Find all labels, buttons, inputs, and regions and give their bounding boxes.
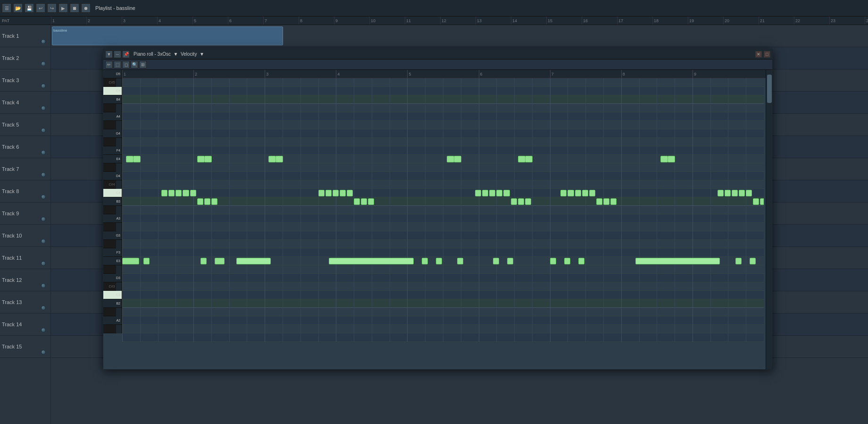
piano-key-F3[interactable]: F3 [103,248,122,257]
pr-note[interactable] [525,198,531,205]
pr-note[interactable] [507,258,513,264]
pr-note[interactable] [161,190,167,196]
pr-note[interactable] [753,198,759,205]
pr-note[interactable] [436,258,442,264]
track-item-1[interactable]: Track 1 [0,25,50,47]
pr-note[interactable] [718,190,724,196]
pr-note[interactable] [422,258,428,264]
pr-note[interactable] [493,258,499,264]
piano-key-E4[interactable]: E4 [103,155,122,163]
track-item-10[interactable]: Track 10 [0,225,50,247]
track-knob-12[interactable] [41,283,46,288]
track-item-9[interactable]: Track 9 [0,203,50,225]
pr-scrollbar-vertical[interactable] [766,70,772,369]
pr-minimize-btn[interactable]: ─ [114,51,121,58]
pr-note[interactable] [197,198,203,205]
track-item-4[interactable]: Track 4 [0,92,50,114]
pr-zoom-btn[interactable]: 🔍 [131,61,138,68]
piano-key-C4[interactable]: C4 [103,189,122,197]
piano-key-A4[interactable]: A4 [103,112,122,121]
pr-note[interactable] [503,190,509,196]
pr-note[interactable] [475,190,481,196]
stop-btn[interactable]: ⏹ [70,3,79,13]
piano-key-Gsharp4[interactable] [103,121,116,129]
piano-key-Gsharp2[interactable] [103,325,116,333]
pr-note[interactable] [489,190,495,196]
piano-key-Asharp4[interactable] [103,104,116,112]
pattern-block-1[interactable]: bassline [52,26,283,45]
pr-note[interactable] [204,198,210,205]
pr-note[interactable] [211,198,217,205]
piano-key-G4[interactable]: G4 [103,129,122,138]
piano-key-C5[interactable]: C5 [103,87,122,95]
pr-note[interactable] [582,190,588,196]
pr-note[interactable] [760,198,764,205]
track-knob-5[interactable] [41,128,46,133]
play-btn[interactable]: ▶ [58,3,68,13]
pr-note[interactable] [560,190,567,196]
pr-note[interactable] [568,190,574,196]
pr-note[interactable] [518,156,526,162]
track-item-7[interactable]: Track 7 [0,158,50,180]
pr-note[interactable] [660,156,668,162]
pr-note[interactable] [236,258,271,264]
pr-note[interactable] [133,156,141,162]
pr-note[interactable] [511,198,517,205]
pr-note[interactable] [333,190,339,196]
pr-note[interactable] [354,198,360,205]
pr-note[interactable] [326,190,332,196]
pr-note[interactable] [340,190,346,196]
pr-note[interactable] [204,156,212,162]
pr-note[interactable] [122,258,139,264]
track-item-5[interactable]: Track 5 [0,114,50,136]
pr-note[interactable] [318,190,325,196]
pr-note[interactable] [735,258,742,264]
piano-key-Fsharp4[interactable] [103,138,116,146]
playlist-canvas[interactable]: bassline [51,25,868,424]
redo-btn[interactable]: ↪ [47,3,57,13]
pr-note[interactable] [496,190,502,196]
pr-maxrestore-btn[interactable]: □ [764,51,770,58]
pr-note[interactable] [525,156,533,162]
track-knob-1[interactable] [41,39,46,44]
track-knob-11[interactable] [41,261,46,266]
track-knob-9[interactable] [41,217,46,221]
pr-note[interactable] [126,156,134,162]
pr-draw-btn[interactable]: ✏ [105,61,113,68]
pr-close-btn[interactable]: ✕ [755,51,762,58]
piano-key-E3[interactable]: E3 [103,257,122,265]
pr-quantize-btn[interactable]: ⊞ [139,61,147,68]
piano-key-Dsharp3[interactable] [103,265,116,274]
track-item-15[interactable]: Track 15 [0,336,50,358]
pr-note[interactable] [575,190,581,196]
pr-note[interactable] [200,258,207,264]
piano-key-G3[interactable]: G3 [103,231,122,240]
pr-note[interactable] [589,190,595,196]
piano-key-Csharp4[interactable]: C#4 [103,180,116,189]
pr-note[interactable] [454,156,461,162]
pr-note[interactable] [183,190,189,196]
pr-note[interactable] [275,156,283,162]
pr-note[interactable] [268,156,276,162]
pr-note[interactable] [550,258,556,264]
pr-scrollbar-thumb[interactable] [767,75,772,103]
track-item-8[interactable]: Track 8 [0,180,50,203]
piano-key-A2[interactable]: A2 [103,316,122,325]
track-knob-8[interactable] [41,195,46,199]
pr-note[interactable] [347,190,353,196]
track-item-11[interactable]: Track 11 [0,247,50,269]
track-knob-3[interactable] [41,84,46,88]
pr-note[interactable] [190,190,196,196]
pr-erase-btn[interactable]: ◻ [122,61,130,68]
pr-note[interactable] [482,190,488,196]
track-item-6[interactable]: Track 6 [0,136,50,158]
pr-note[interactable] [361,198,367,205]
pr-note[interactable] [447,156,454,162]
pr-select-btn[interactable]: ⬚ [114,61,121,68]
track-item-13[interactable]: Track 13 [0,291,50,314]
pr-note[interactable] [578,258,584,264]
pr-note[interactable] [610,198,617,205]
pr-note[interactable] [215,258,225,264]
track-knob-7[interactable] [41,172,46,177]
pr-note[interactable] [732,190,738,196]
